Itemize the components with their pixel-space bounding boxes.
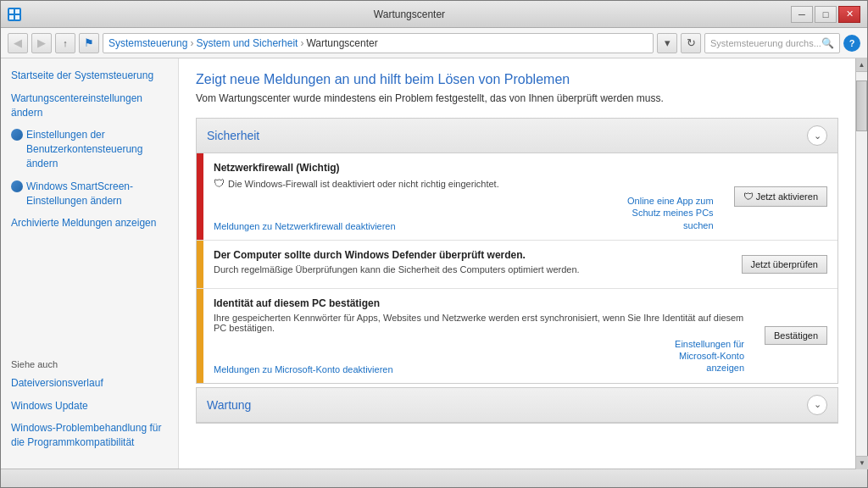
- breadcrumb-part3: Wartungscenter: [306, 37, 377, 49]
- sidebar-item-problembehandlung[interactable]: Windows-Problembehandlung für die Progra…: [11, 421, 168, 450]
- firewall-desc: 🛡 Die Windows-Firewall ist deaktiviert o…: [214, 177, 714, 190]
- breadcrumb-part2[interactable]: System und Sicherheit: [196, 37, 298, 49]
- firewall-shield-icon: 🛡: [214, 177, 225, 190]
- svg-rect-0: [9, 9, 14, 14]
- minimize-button[interactable]: ─: [791, 6, 813, 23]
- forward-button[interactable]: ▶: [31, 33, 52, 53]
- sidebar-item-smartscreen[interactable]: Windows SmartScreen-Einstellungen ändern: [11, 180, 168, 208]
- sidebar-item-dateiversions[interactable]: Dateiversionsverlauf: [11, 376, 168, 391]
- sicherheit-chevron[interactable]: ⌄: [807, 125, 827, 146]
- see-also-title: Siehe auch: [11, 359, 168, 369]
- wartung-section: Wartung ⌄: [196, 387, 838, 424]
- breadcrumb-part1[interactable]: Systemsteuerung: [108, 37, 187, 49]
- defender-body: Der Computer sollte durch Windows Defend…: [203, 241, 732, 288]
- sidebar-item-startseite[interactable]: Startseite der Systemsteuerung: [11, 69, 168, 83]
- svg-rect-3: [15, 15, 19, 19]
- identitaet-desc: Ihre gespeicherten Kennwörter für Apps, …: [214, 313, 744, 333]
- firewall-activate-button[interactable]: 🛡 Jetzt aktivieren: [734, 186, 827, 207]
- scroll-track: [856, 72, 867, 469]
- help-button[interactable]: ?: [843, 35, 860, 52]
- back-button[interactable]: ◀: [8, 33, 28, 53]
- identitaet-body: Identität auf diesem PC bestätigen Ihre …: [203, 289, 754, 383]
- scrollbar[interactable]: ▲ ▼: [855, 58, 867, 469]
- wartung-chevron[interactable]: ⌄: [807, 395, 827, 415]
- scroll-thumb[interactable]: [856, 80, 867, 131]
- defender-action: Jetzt überprüfen: [732, 241, 838, 288]
- identitaet-confirm-button[interactable]: Bestätigen: [765, 326, 827, 345]
- scroll-down-arrow[interactable]: ▼: [856, 456, 867, 469]
- wartung-title: Wartung: [207, 398, 251, 412]
- shield-icon: 🛡: [743, 191, 754, 202]
- wartung-header[interactable]: Wartung ⌄: [197, 388, 837, 423]
- maximize-button[interactable]: □: [815, 6, 837, 23]
- refresh-button[interactable]: ↻: [681, 33, 701, 53]
- defender-title: Der Computer sollte durch Windows Defend…: [214, 249, 721, 261]
- identitaet-deactivate-link[interactable]: Meldungen zu Microsoft-Konto deaktiviere…: [214, 364, 393, 374]
- search-icon[interactable]: 🔍: [821, 37, 834, 49]
- identitaet-settings-link[interactable]: Einstellungen für Microsoft-Konto anzeig…: [643, 338, 744, 374]
- defender-check-button[interactable]: Jetzt überprüfen: [742, 255, 828, 274]
- firewall-alert: Netzwerkfirewall (Wichtig) 🛡 Die Windows…: [197, 153, 837, 241]
- app-icon: [8, 8, 21, 21]
- identitaet-title: Identität auf diesem PC bestätigen: [214, 297, 744, 309]
- window-controls: ─ □ ✕: [791, 6, 860, 23]
- sidebar-item-benutzerkonto[interactable]: Einstellungen der Benutzerkontensteuerun…: [11, 128, 168, 170]
- sicherheit-section: Sicherheit ⌄ Netzwerkfirewall (Wichtig) …: [196, 118, 838, 384]
- page-subtitle: Vom Wartungscenter wurde mindestens ein …: [196, 92, 838, 104]
- defender-desc: Durch regelmäßige Überprüfungen kann die…: [214, 264, 721, 274]
- statusbar: [1, 469, 867, 487]
- globe-icon-2: [11, 180, 23, 192]
- firewall-online-link[interactable]: Online eine App zum Schutz meines PCs su…: [612, 195, 714, 231]
- firewall-title: Netzwerkfirewall (Wichtig): [214, 162, 714, 174]
- breadcrumb-arrow1: ›: [190, 37, 193, 49]
- sidebar: Startseite der Systemsteuerung Wartungsc…: [1, 58, 179, 469]
- firewall-stripe: [197, 153, 203, 240]
- svg-rect-1: [15, 9, 19, 14]
- content-area: Startseite der Systemsteuerung Wartungsc…: [1, 58, 867, 469]
- up-button[interactable]: ↑: [55, 33, 75, 53]
- sicherheit-title: Sicherheit: [207, 129, 259, 142]
- main-panel: Zeigt neue Meldungen an und hilft beim L…: [179, 58, 855, 469]
- identitaet-alert: Identität auf diesem PC bestätigen Ihre …: [197, 289, 837, 383]
- breadcrumb: Systemsteuerung › System und Sicherheit …: [103, 33, 654, 53]
- svg-rect-2: [9, 15, 14, 19]
- globe-icon-1: [11, 129, 23, 141]
- search-box[interactable]: Systemsteuerung durchs... 🔍: [704, 33, 840, 53]
- firewall-deactivate-link[interactable]: Meldungen zu Netzwerkfirewall deaktivier…: [214, 221, 396, 231]
- dropdown-button[interactable]: ▾: [657, 33, 677, 53]
- sidebar-item-archivierte[interactable]: Archivierte Meldungen anzeigen: [11, 216, 168, 230]
- defender-stripe: [197, 241, 203, 288]
- main-window: Wartungscenter ─ □ ✕ ◀ ▶ ↑ ⚑ Systemsteue…: [0, 0, 868, 488]
- flag-button[interactable]: ⚑: [79, 33, 99, 53]
- page-title: Zeigt neue Meldungen an und hilft beim L…: [196, 72, 838, 87]
- identitaet-links: Meldungen zu Microsoft-Konto deaktiviere…: [214, 338, 744, 374]
- titlebar: Wartungscenter ─ □ ✕: [1, 1, 867, 28]
- sidebar-item-windows-update[interactable]: Windows Update: [11, 399, 168, 413]
- sicherheit-header[interactable]: Sicherheit ⌄: [197, 119, 837, 153]
- window-title: Wartungscenter: [28, 8, 791, 20]
- firewall-body: Netzwerkfirewall (Wichtig) 🛡 Die Windows…: [203, 153, 724, 240]
- close-button[interactable]: ✕: [838, 6, 860, 23]
- sidebar-item-wartungseinstellungen[interactable]: Wartungscentereinstellungen ändern: [11, 92, 168, 120]
- identitaet-stripe: [197, 289, 203, 383]
- identitaet-action: Bestätigen: [754, 289, 837, 383]
- defender-alert: Der Computer sollte durch Windows Defend…: [197, 241, 837, 289]
- breadcrumb-arrow2: ›: [300, 37, 303, 49]
- firewall-links: Meldungen zu Netzwerkfirewall deaktivier…: [214, 195, 714, 231]
- navbar: ◀ ▶ ↑ ⚑ Systemsteuerung › System und Sic…: [1, 28, 867, 58]
- scroll-up-arrow[interactable]: ▲: [856, 58, 868, 72]
- search-placeholder: Systemsteuerung durchs...: [710, 38, 821, 48]
- firewall-action: 🛡 Jetzt aktivieren: [724, 153, 837, 240]
